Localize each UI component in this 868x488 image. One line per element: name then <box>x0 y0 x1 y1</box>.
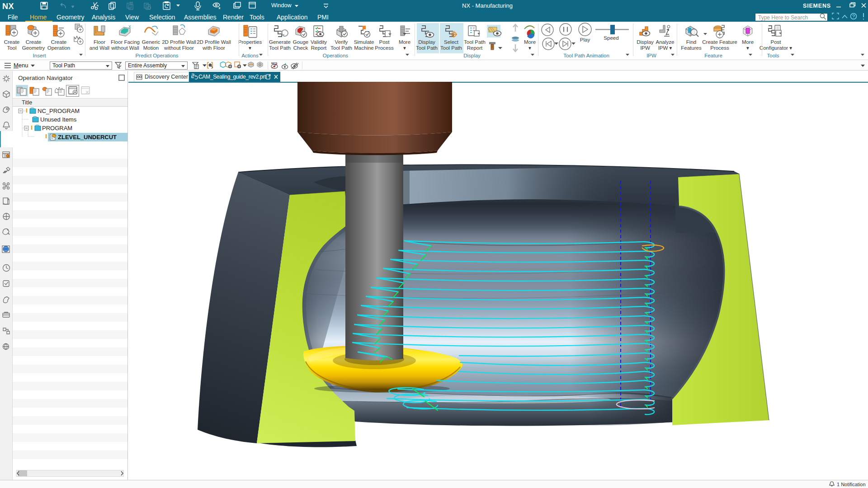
svg-text:PROGRAM: PROGRAM <box>42 125 72 131</box>
svg-text:NC_PROGRAM: NC_PROGRAM <box>38 108 80 114</box>
svg-text:ZLEVEL_UNDERCUT: ZLEVEL_UNDERCUT <box>58 134 117 141</box>
svg-text:Unused Items: Unused Items <box>40 116 77 123</box>
